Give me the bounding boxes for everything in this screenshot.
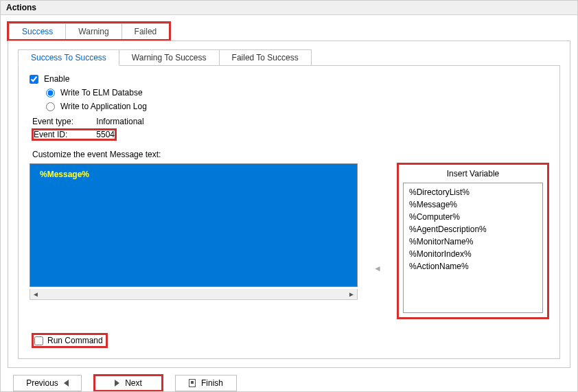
triangle-right-icon: [115, 380, 119, 387]
next-label: Next: [125, 378, 142, 388]
variable-item[interactable]: %MonitorName%: [406, 235, 540, 248]
enable-label: Enable: [44, 74, 69, 84]
tab-success-to-success[interactable]: Success To Success: [18, 49, 119, 66]
event-id-label: Event ID:: [34, 130, 94, 139]
event-id-row: Event ID: 5504: [32, 129, 116, 140]
event-type-value: Informational: [96, 117, 143, 126]
flag-icon: [189, 379, 196, 387]
write-applog-label: Write to Application Log: [60, 102, 147, 111]
event-type-label: Event type:: [32, 117, 94, 126]
variable-item[interactable]: %AgentDescription%: [406, 223, 540, 235]
scroll-left-icon[interactable]: ◄: [30, 290, 41, 299]
tab-failed[interactable]: Failed: [122, 23, 170, 39]
event-id-value: 5504: [96, 130, 115, 139]
variable-item[interactable]: %ActionName%: [406, 260, 540, 273]
next-button[interactable]: Next: [94, 375, 163, 391]
tab-warning[interactable]: Warning: [65, 23, 122, 39]
finish-label: Finish: [201, 378, 223, 388]
variable-item[interactable]: %Computer%: [406, 211, 540, 223]
variable-item[interactable]: %MonitorIndex%: [406, 248, 540, 260]
variable-list[interactable]: %DirectoryList%%Message%%Computer%%Agent…: [403, 183, 543, 313]
write-applog-radio[interactable]: [46, 102, 55, 111]
tab-warning-to-success[interactable]: Warning To Success: [119, 49, 220, 66]
previous-button[interactable]: Previous: [13, 375, 82, 391]
variable-item[interactable]: %Message%: [406, 198, 540, 211]
scroll-right-icon[interactable]: ►: [346, 290, 357, 299]
write-elm-radio[interactable]: [46, 89, 55, 97]
horizontal-scrollbar[interactable]: ◄ ►: [30, 289, 358, 300]
insert-arrow-icon: ◄: [371, 264, 384, 273]
previous-label: Previous: [26, 378, 58, 388]
insert-variable-title: Insert Variable: [403, 169, 543, 178]
finish-button[interactable]: Finish: [175, 375, 237, 391]
enable-checkbox[interactable]: [30, 75, 38, 84]
triangle-left-icon: [64, 380, 69, 387]
run-command-label: Run Command: [47, 336, 103, 345]
variable-item[interactable]: %DirectoryList%: [406, 186, 540, 198]
tab-failed-to-success[interactable]: Failed To Success: [219, 49, 312, 66]
tab-success[interactable]: Success: [9, 23, 66, 39]
message-textarea[interactable]: [30, 163, 358, 287]
page-title: Actions: [1, 1, 577, 15]
run-command-checkbox[interactable]: [34, 336, 43, 345]
insert-variable-panel: Insert Variable %DirectoryList%%Message%…: [397, 163, 548, 319]
write-elm-label: Write To ELM Databse: [60, 88, 143, 97]
customize-message-label: Customize the event Message text:: [32, 150, 548, 159]
